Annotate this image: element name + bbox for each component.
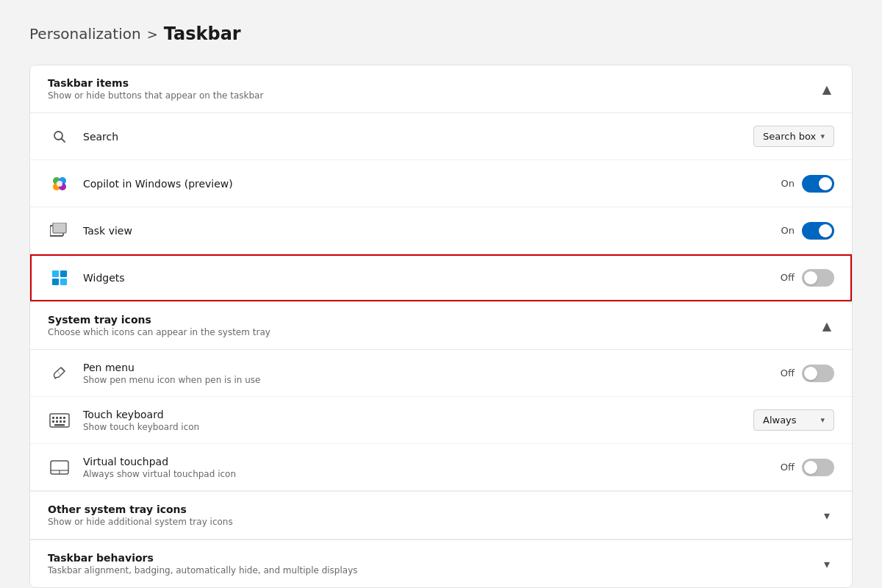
svg-rect-14 [52,417,54,419]
system-tray-collapse-icon[interactable]: ▲ [820,318,834,333]
touch-keyboard-dropdown-value: Always [763,415,797,426]
search-icon [48,125,71,148]
svg-point-6 [57,181,62,187]
taskbar-items-collapse-icon[interactable]: ▲ [820,82,834,96]
virtual-touchpad-toggle-label: Off [781,462,795,473]
virtual-touchpad-label: Virtual touchpad [83,456,781,467]
taskview-toggle-thumb [819,224,832,237]
settings-main-card: Taskbar items Show or hide buttons that … [29,65,853,588]
taskview-label: Task view [83,225,781,237]
virtual-touchpad-toggle[interactable] [802,459,834,476]
svg-rect-11 [52,278,59,284]
pen-menu-control[interactable]: Off [781,365,834,382]
virtual-touchpad-toggle-thumb [804,461,817,474]
taskview-icon [48,219,71,243]
svg-rect-22 [54,424,65,426]
behaviors-subtitle: Taskbar alignment, badging, automaticall… [48,565,358,576]
virtual-touchpad-description: Always show virtual touchpad icon [83,469,781,479]
touchpad-icon [48,456,71,479]
pen-menu-toggle-label: Off [781,368,795,379]
other-tray-section-header[interactable]: Other system tray icons Show or hide add… [30,491,852,539]
pen-menu-toggle[interactable] [802,365,834,382]
breadcrumb-current: Taskbar [164,24,241,44]
taskbar-items-subtitle: Show or hide buttons that appear on the … [48,90,263,101]
system-tray-subtitle: Choose which icons can appear in the sys… [48,327,270,337]
touch-keyboard-dropdown[interactable]: Always ▾ [753,409,834,431]
pen-icon [48,362,71,385]
touch-keyboard-description: Show touch keyboard icon [83,422,753,432]
copilot-icon [48,172,71,196]
taskview-toggle-label: On [781,225,795,236]
keyboard-icon [48,409,71,432]
svg-line-1 [62,138,65,142]
touch-keyboard-dropdown-chevron: ▾ [820,415,825,425]
other-tray-title: Other system tray icons [48,503,233,515]
pen-menu-description: Show pen menu icon when pen is in use [83,375,781,385]
widgets-toggle[interactable] [802,269,834,287]
taskview-setting-row: Task view On [30,207,852,254]
svg-rect-15 [56,417,58,419]
touch-keyboard-row: Touch keyboard Show touch keyboard icon … [30,397,852,444]
svg-rect-8 [53,223,66,233]
system-tray-section-header[interactable]: System tray icons Choose which icons can… [30,301,852,350]
copilot-setting-row: Copilot in Windows (preview) On [30,160,852,207]
taskview-toggle[interactable] [802,222,834,240]
svg-rect-20 [60,420,62,423]
svg-rect-16 [60,417,62,419]
touch-keyboard-label: Touch keyboard [83,409,753,420]
breadcrumb-parent[interactable]: Personalization [29,25,141,43]
svg-rect-9 [52,270,59,276]
behaviors-expand-icon[interactable]: ▾ [820,556,834,571]
search-dropdown-chevron: ▾ [820,132,825,141]
search-control[interactable]: Search box ▾ [753,126,834,147]
pen-menu-row: Pen menu Show pen menu icon when pen is … [30,350,852,397]
behaviors-section-header[interactable]: Taskbar behaviors Taskbar alignment, bad… [30,539,852,587]
breadcrumb: Personalization > Taskbar [29,24,853,44]
svg-rect-10 [60,270,67,276]
search-setting-row: Search Search box ▾ [30,113,852,160]
svg-rect-17 [63,417,65,419]
copilot-toggle-thumb [819,177,832,190]
svg-rect-18 [52,420,54,423]
virtual-touchpad-control[interactable]: Off [781,459,834,476]
behaviors-title: Taskbar behaviors [48,552,358,564]
widgets-icon [48,266,71,290]
widgets-label: Widgets [83,272,781,284]
widgets-toggle-thumb [804,271,817,284]
system-tray-title: System tray icons [48,314,270,326]
copilot-toggle-label: On [781,178,795,189]
copilot-label: Copilot in Windows (preview) [83,178,781,190]
virtual-touchpad-row: Virtual touchpad Always show virtual tou… [30,444,852,491]
search-label: Search [83,131,753,143]
svg-rect-12 [60,278,67,284]
taskbar-items-title: Taskbar items [48,77,263,89]
pen-menu-toggle-thumb [804,367,817,380]
svg-rect-19 [56,420,58,423]
taskbar-items-section-header[interactable]: Taskbar items Show or hide buttons that … [30,65,852,113]
widgets-setting-row: Widgets Off [30,254,852,301]
touch-keyboard-control[interactable]: Always ▾ [753,409,834,431]
widgets-control[interactable]: Off [781,269,834,287]
search-dropdown-value: Search box [763,131,816,142]
copilot-control[interactable]: On [781,175,834,193]
other-tray-subtitle: Show or hide additional system tray icon… [48,517,233,527]
taskview-control[interactable]: On [781,222,834,240]
copilot-toggle[interactable] [802,175,834,193]
other-tray-expand-icon[interactable]: ▾ [820,508,834,523]
svg-rect-21 [63,420,65,423]
widgets-toggle-label: Off [781,272,795,283]
search-dropdown[interactable]: Search box ▾ [753,126,834,147]
pen-menu-label: Pen menu [83,362,781,373]
breadcrumb-separator: > [147,26,158,42]
